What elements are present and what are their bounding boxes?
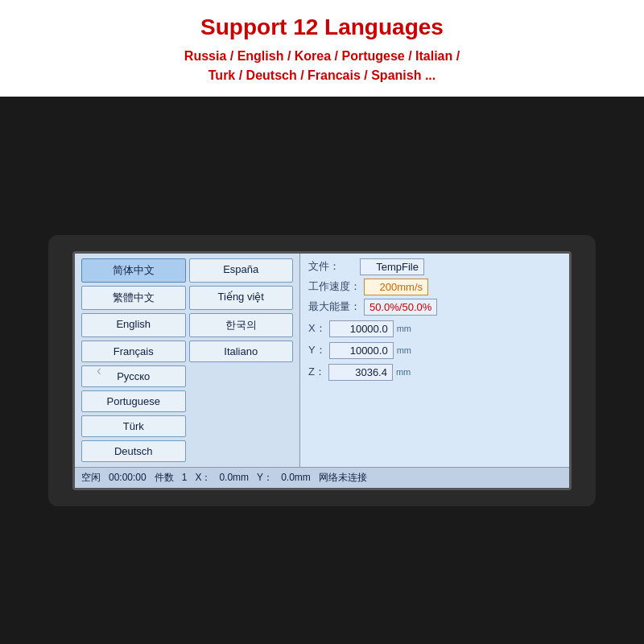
lang-row-8: Deutsch [81,440,293,462]
z-label: Z： [308,365,325,379]
speed-info-row: 工作速度： 200mm/s [308,279,561,295]
machine-state: 空闲 [81,471,101,485]
x-coord-row: X： 10000.0 mm [308,320,561,337]
status-x-label: X： [195,471,211,485]
parts-label: 件数 [155,471,174,485]
z-unit: mm [396,367,411,377]
lang-btn-simplified-chinese[interactable]: 简体中文 [81,258,186,283]
z-value: 3036.4 [328,364,393,381]
power-info-row: 最大能量： 50.0%/50.0% [308,299,561,316]
status-x-value: 0.0mm [219,472,249,483]
status-bar: 空闲 00:00:00 件数 1 X： 0.0mm Y： 0.0mm 网络未连接 [75,467,569,488]
subtitle: Russia / English / Korea / Portugese / I… [16,47,628,85]
x-unit: mm [397,324,411,333]
power-label: 最大能量： [308,299,361,314]
lang-btn-italian[interactable]: Italiano [189,341,294,362]
parts-value: 1 [182,472,188,483]
language-panel: 简体中文 España 繁體中文 [75,254,300,467]
lang-row-4: Français Italiano [81,341,293,362]
y-value: 10000.0 [329,342,394,359]
speed-value: 200mm/s [364,279,428,295]
lang-btn-portuguese[interactable]: Portuguese [81,390,186,412]
lang-row-5: Русско [81,365,293,387]
lang-row-1: 简体中文 España [81,258,293,283]
info-panel: 文件： TempFile 工作速度： 200mm/s 最大能量： 50.0%/5… [300,254,569,467]
lang-btn-vietnamese[interactable]: Tiếng việt [189,286,294,310]
lang-btn-turkish[interactable]: Türk [81,415,186,437]
lang-row-7: Türk [81,415,293,437]
y-unit: mm [397,345,411,355]
lang-btn-french[interactable]: Français [81,341,186,362]
page-title: Support 12 Languages [16,14,628,40]
z-coord-row: Z： 3036.4 mm [308,364,561,381]
chevron-left-icon[interactable]: ‹ [97,362,101,379]
file-info-row: 文件： TempFile [308,258,561,275]
x-label: X： [308,321,326,336]
x-value: 10000.0 [329,320,394,337]
y-coord-row: Y： 10000.0 mm [308,342,561,359]
speed-label: 工作速度： [308,279,361,294]
lang-row-2: 繁體中文 Tiếng việt [81,286,293,310]
file-label: 文件： [308,259,357,274]
status-y-label: Y： [257,471,273,485]
power-value: 50.0%/50.0% [364,299,437,316]
lang-btn-traditional-chinese[interactable]: 繁體中文 [81,286,186,310]
y-label: Y： [308,343,326,357]
machine-time: 00:00:00 [109,472,147,483]
status-y-value: 0.0mm [281,472,311,483]
file-value: TempFile [360,258,424,275]
lang-btn-english[interactable]: English [81,313,186,337]
network-status: 网络未连接 [319,471,367,485]
lang-row-6: Portuguese [81,390,293,412]
lang-row-3: English 한국의 [81,313,293,337]
lang-btn-deutsch[interactable]: Deutsch [81,440,186,462]
lang-btn-espana[interactable]: España [189,258,294,283]
lang-btn-korean[interactable]: 한국의 [189,313,294,337]
